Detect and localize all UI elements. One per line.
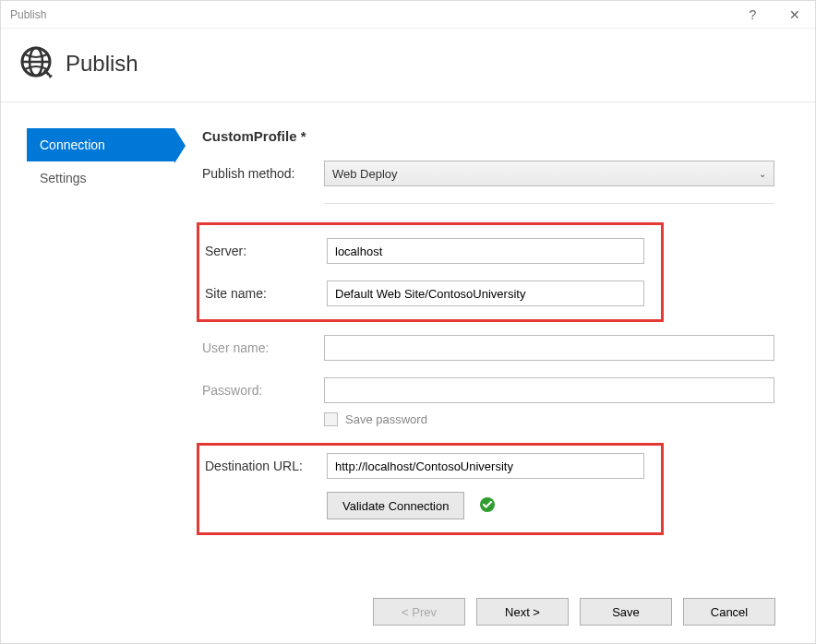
next-button[interactable]: Next > bbox=[476, 598, 569, 626]
footer-buttons: < Prev Next > Save Cancel bbox=[373, 598, 775, 626]
server-input[interactable] bbox=[327, 238, 644, 264]
save-password-label: Save password bbox=[345, 412, 427, 426]
password-input[interactable] bbox=[324, 377, 774, 403]
user-name-input[interactable] bbox=[324, 335, 774, 361]
publish-method-label: Publish method: bbox=[202, 166, 324, 181]
globe-icon bbox=[19, 45, 53, 81]
chevron-down-icon: ⌄ bbox=[759, 169, 766, 179]
user-name-label: User name: bbox=[202, 340, 324, 355]
sidebar: Connection Settings bbox=[27, 128, 174, 535]
page-title: Publish bbox=[66, 51, 138, 77]
save-password-checkbox[interactable] bbox=[324, 412, 338, 426]
cancel-button[interactable]: Cancel bbox=[683, 598, 775, 626]
highlight-server-site: Server: Site name: bbox=[197, 222, 664, 322]
success-check-icon bbox=[479, 496, 496, 516]
save-button[interactable]: Save bbox=[580, 598, 672, 626]
server-label: Server: bbox=[205, 244, 327, 258]
site-name-label: Site name: bbox=[205, 286, 327, 301]
title-bar: Publish ? ✕ bbox=[1, 1, 815, 29]
validate-connection-button[interactable]: Validate Connection bbox=[327, 492, 464, 519]
sidebar-tab-settings[interactable]: Settings bbox=[27, 161, 174, 195]
form-area: CustomProfile * Publish method: Web Depl… bbox=[202, 128, 774, 535]
window-title: Publish bbox=[10, 8, 46, 21]
divider bbox=[324, 203, 774, 204]
site-name-input[interactable] bbox=[327, 280, 644, 306]
help-button[interactable]: ? bbox=[732, 1, 774, 29]
profile-name: CustomProfile * bbox=[202, 128, 774, 144]
prev-button: < Prev bbox=[373, 598, 465, 626]
publish-method-select[interactable]: Web Deploy ⌄ bbox=[324, 161, 774, 186]
highlight-destination: Destination URL: Validate Connection bbox=[197, 443, 664, 535]
destination-url-input[interactable] bbox=[327, 453, 644, 479]
sidebar-tab-connection[interactable]: Connection bbox=[27, 128, 174, 161]
close-button[interactable]: ✕ bbox=[774, 1, 815, 29]
password-label: Password: bbox=[202, 383, 324, 398]
page-header: Publish bbox=[1, 29, 815, 102]
destination-url-label: Destination URL: bbox=[205, 459, 327, 473]
